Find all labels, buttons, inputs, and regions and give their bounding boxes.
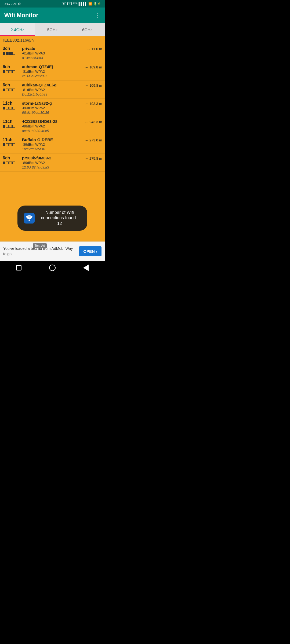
network-middle: Buffalo-G-DEBE-89dBm WPA210:c2tr:02ce:t0 (22, 137, 84, 151)
signal-bar (6, 162, 9, 164)
ssid-label: auhlkan-QTZ4Ej-g (22, 83, 84, 87)
signal-bar (6, 125, 9, 128)
signal-bar (6, 89, 9, 91)
bssid-label: 10:c2tr:02ce:t0 (22, 147, 84, 151)
signal-bar (12, 125, 15, 128)
network-item[interactable]: 3chprivate-61dBm WPA3a13c:ac64:a3～ 11.0 … (0, 44, 105, 62)
network-item[interactable]: 6chauhman-QTZ4Ej-81dBm WPA2cc:1a:n3c:c2:… (0, 62, 105, 80)
network-detail: -61dBm WPA3 (22, 51, 86, 55)
network-item[interactable]: 11chBuffalo-G-DEBE-89dBm WPA210:c2tr:02c… (0, 135, 105, 153)
signal-bar (3, 52, 5, 55)
tab-2.4ghz[interactable]: 2.4GHz (0, 23, 35, 36)
network-left: 11ch (3, 119, 21, 133)
app-title: Wifi Monitor (4, 12, 38, 19)
more-options-icon[interactable]: ⋮ (94, 12, 100, 19)
network-item[interactable]: 11ch4CD1B8384D63-28-88dBm WPA2ac:d1:b0:3… (0, 117, 105, 135)
channel-label: 11ch (3, 119, 21, 124)
channel-label: 11ch (3, 101, 21, 106)
network-distance: ～ 275.8 m (85, 156, 102, 169)
network-middle: auhlkan-QTZ4Ej-g-81dBm WPA2Dc:12c1:bc0f:… (22, 83, 84, 96)
network-item[interactable]: 6chpr500k-f9M09-2-89dBm WPA212:6d:82:fa:… (0, 153, 105, 172)
ssid-label: pr500k-f9M09-2 (22, 156, 84, 160)
bssid-label: a13c:ac64:a3 (22, 56, 86, 60)
network-item[interactable]: 11chstorm-1c5a32-g-86dBm WPA298:d1:99ce:… (0, 99, 105, 117)
nav-back-icon[interactable] (83, 265, 89, 271)
signal-bar (3, 143, 5, 146)
network-detail: -89dBm WPA2 (22, 161, 84, 165)
network-left: 6ch (3, 156, 21, 169)
content-area: Number of Wifi connections found : 12 (0, 172, 105, 241)
network-detail: -88dBm WPA2 (22, 124, 84, 128)
signal-icon: ▌▌▌▌ (79, 2, 87, 5)
signal-bars (3, 143, 21, 146)
nfc-icon: N (62, 2, 66, 5)
network-distance: ～ 109.8 m (85, 83, 102, 96)
channel-label: 6ch (3, 64, 21, 69)
tab-6ghz[interactable]: 6GHz (70, 23, 105, 36)
nav-home-icon[interactable] (49, 265, 56, 271)
signal-bar (9, 162, 12, 164)
network-distance: ～ 193.3 m (85, 101, 102, 115)
signal-bars (3, 70, 21, 73)
network-middle: private-61dBm WPA3a13c:ac64:a3 (22, 46, 86, 60)
signal-bar (12, 89, 15, 91)
app-bar: Wifi Monitor ⋮ (0, 8, 105, 23)
signal-bar (6, 70, 9, 73)
network-middle: pr500k-f9M09-2-89dBm WPA212:6d:82:fa:c3:… (22, 156, 84, 169)
wifi-icon: 🛜 (88, 2, 92, 6)
ad-open-button[interactable]: OPEN › (79, 246, 102, 256)
signal-bar (12, 52, 15, 55)
signal-bar (9, 70, 12, 73)
network-item[interactable]: 6chauhlkan-QTZ4Ej-g-81dBm WPA2Dc:12c1:bc… (0, 80, 105, 99)
network-detail: -86dBm WPA2 (22, 106, 84, 110)
network-middle: auhman-QTZ4Ej-81dBm WPA2cc:1a:n3c:c2:e3 (22, 64, 84, 78)
signal-bars (3, 89, 21, 91)
signal-bar (9, 125, 12, 128)
signal-bar (3, 125, 5, 128)
status-icons: N ⊡ VoLTE ▌▌▌▌ 🛜 🔋⚡ (62, 2, 101, 6)
signal-bars (3, 162, 21, 164)
channel-label: 6ch (3, 83, 21, 87)
ssid-label: storm-1c5a32-g (22, 101, 84, 105)
signal-bar (9, 143, 12, 146)
network-left: 11ch (3, 137, 21, 151)
svg-point-0 (28, 219, 30, 221)
signal-bar (6, 52, 9, 55)
network-distance: ～ 273.0 m (85, 137, 102, 151)
toast-wifi-icon (24, 213, 35, 224)
signal-bar (3, 107, 5, 109)
network-detail: -89dBm WPA2 (22, 142, 84, 147)
signal-bars (3, 52, 21, 55)
network-middle: storm-1c5a32-g-86dBm WPA298:d1:99ce:30:3… (22, 101, 84, 115)
network-distance: ～ 243.3 m (85, 119, 102, 133)
nav-recents-icon[interactable] (16, 265, 21, 270)
channel-label: 6ch (3, 156, 21, 160)
signal-bar (9, 107, 12, 109)
network-left: 11ch (3, 101, 21, 115)
ssid-label: 4CD1B8384D63-28 (22, 119, 84, 124)
network-left: 3ch (3, 46, 21, 60)
channel-label: 11ch (3, 137, 21, 142)
signal-bar (3, 70, 5, 73)
network-middle: 4CD1B8384D63-28-88dBm WPA2ac:d1:b0:30:4f… (22, 119, 84, 133)
tab-5ghz[interactable]: 5GHz (35, 23, 70, 36)
bssid-label: cc:1a:n3c:c2:e3 (22, 74, 84, 78)
ad-badge: Test Ad (33, 243, 46, 248)
signal-bar (6, 107, 9, 109)
ssid-label: auhman-QTZ4Ej (22, 64, 84, 69)
signal-bar (9, 89, 12, 91)
status-time: 9:47 AM ⚙ (4, 2, 21, 6)
network-distance: ～ 11.0 m (87, 46, 102, 60)
signal-bars (3, 125, 21, 128)
network-detail: -81dBm WPA2 (22, 88, 84, 92)
status-bar: 9:47 AM ⚙ N ⊡ VoLTE ▌▌▌▌ 🛜 🔋⚡ (0, 0, 105, 8)
ssid-label: private (22, 46, 86, 51)
nav-bar (0, 261, 105, 275)
bssid-label: 98:d1:99ce:30:36 (22, 111, 84, 115)
network-left: 6ch (3, 83, 21, 96)
toast-notification: Number of Wifi connections found : 12 (17, 206, 87, 231)
network-left: 6ch (3, 64, 21, 78)
bssid-label: 12:6d:82:fa:c3:a3 (22, 165, 84, 169)
signal-bar (3, 89, 5, 91)
battery-icon: 🔋⚡ (93, 2, 101, 6)
